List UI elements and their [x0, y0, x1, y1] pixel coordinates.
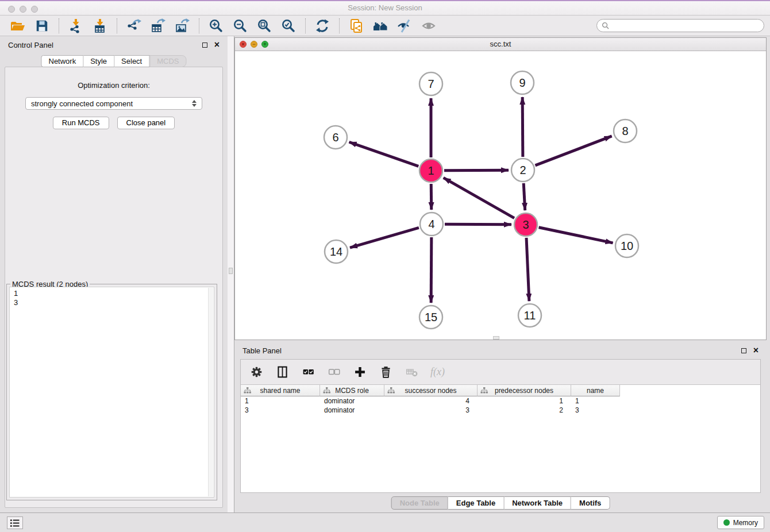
- node-table-header: shared name MCDS role successor nodes pr…: [241, 385, 760, 396]
- network-canvas[interactable]: 7968124314101511: [235, 51, 766, 340]
- table-cell[interactable]: 3: [384, 406, 478, 414]
- column-label: shared name: [260, 387, 300, 395]
- tab-select[interactable]: Select: [114, 55, 149, 67]
- zoom-fit-icon[interactable]: [256, 17, 273, 34]
- duplicate-network-icon[interactable]: [348, 17, 365, 34]
- column-header-predecessor-nodes[interactable]: predecessor nodes: [478, 385, 571, 396]
- column-header-successor-nodes[interactable]: successor nodes: [384, 385, 478, 396]
- window-close-icon[interactable]: [8, 6, 15, 13]
- table-cell[interactable]: 1: [571, 397, 620, 405]
- column-header-name[interactable]: name: [571, 385, 620, 396]
- float-panel-icon[interactable]: [202, 43, 207, 48]
- import-network-icon[interactable]: [67, 17, 84, 34]
- zoom-out-icon[interactable]: [232, 17, 249, 34]
- tab-network[interactable]: Network: [41, 55, 83, 67]
- table-cell[interactable]: 4: [384, 397, 478, 405]
- column-header-shared-name[interactable]: shared name: [241, 385, 320, 396]
- export-image-icon[interactable]: [174, 17, 191, 34]
- window-minimize-icon[interactable]: [20, 6, 26, 13]
- memory-button[interactable]: Memory: [717, 516, 764, 529]
- run-mcds-button[interactable]: Run MCDS: [53, 117, 109, 129]
- memory-status-icon: [723, 519, 730, 526]
- graph-edge-2-3[interactable]: [523, 183, 525, 210]
- tab-node-table[interactable]: Node Table: [391, 496, 448, 510]
- task-history-button[interactable]: [7, 516, 23, 529]
- optimization-criterion-label: Optimization criterion:: [5, 81, 222, 90]
- tab-network-table[interactable]: Network Table: [504, 496, 571, 510]
- column-header-mcds-role[interactable]: MCDS role: [320, 385, 384, 396]
- select-all-icon[interactable]: [301, 365, 315, 379]
- tab-style[interactable]: Style: [83, 55, 114, 67]
- function-builder-icon: f(x): [430, 366, 445, 378]
- table-row[interactable]: 1 dominator 4 1 1: [241, 396, 760, 406]
- tab-edge-table[interactable]: Edge Table: [448, 496, 504, 510]
- import-table-icon[interactable]: [91, 17, 109, 34]
- network-maximize-icon[interactable]: +: [261, 41, 268, 48]
- add-column-icon[interactable]: [353, 365, 367, 379]
- tab-mcds[interactable]: MCDS: [149, 55, 186, 67]
- deselect-all-icon[interactable]: [327, 365, 341, 379]
- export-table-icon[interactable]: [149, 17, 167, 34]
- first-neighbors-icon[interactable]: [372, 17, 389, 34]
- mcds-result-area[interactable]: 1 3: [9, 287, 214, 498]
- vertical-splitter[interactable]: [228, 36, 234, 512]
- graph-edge-2-9[interactable]: [522, 97, 523, 157]
- tab-motifs[interactable]: Motifs: [571, 496, 610, 510]
- export-network-icon[interactable]: [125, 17, 143, 34]
- zoom-selected-icon[interactable]: [280, 17, 297, 34]
- network-close-icon[interactable]: ×: [240, 41, 247, 48]
- result-scrollbar[interactable]: [208, 288, 213, 496]
- table-cell[interactable]: 2: [478, 406, 571, 414]
- open-session-icon[interactable]: [9, 17, 26, 34]
- graph-edge-3-1[interactable]: [444, 178, 514, 218]
- graph-edge-4-15[interactable]: [431, 237, 432, 303]
- criterion-dropdown-value: strongly connected component: [31, 99, 133, 108]
- graph-node-label: 14: [330, 245, 342, 258]
- window-traffic-lights[interactable]: [8, 6, 38, 13]
- mcds-result-group: MCDS result (2 nodes) 1 3: [6, 284, 217, 500]
- refresh-view-icon[interactable]: [314, 17, 331, 34]
- graph-edge-3-11[interactable]: [526, 238, 529, 301]
- delete-column-icon[interactable]: [379, 365, 392, 379]
- table-cell[interactable]: 3: [571, 406, 620, 414]
- graph-edge-4-14[interactable]: [350, 228, 419, 248]
- control-panel: Control Panel × Network Style Select MCD…: [0, 36, 228, 512]
- close-panel-button[interactable]: Close panel: [117, 117, 175, 129]
- graph-node-label: 11: [524, 309, 536, 322]
- horizontal-splitter-handle[interactable]: [493, 336, 499, 340]
- search-input[interactable]: [612, 22, 759, 30]
- graph-edge-2-8[interactable]: [535, 136, 611, 165]
- network-minimize-icon[interactable]: −: [251, 41, 257, 48]
- table-cell[interactable]: dominator: [320, 397, 384, 405]
- node-table: shared name MCDS role successor nodes pr…: [241, 384, 760, 492]
- control-panel-title: Control Panel: [8, 41, 53, 49]
- graph-edge-4-3[interactable]: [445, 224, 511, 225]
- save-session-icon[interactable]: [33, 17, 51, 34]
- table-cell[interactable]: 3: [241, 406, 320, 414]
- table-cell[interactable]: 1: [478, 397, 571, 405]
- table-cell[interactable]: 1: [241, 397, 320, 405]
- graph-edge-1-2[interactable]: [444, 170, 509, 171]
- close-table-panel-icon[interactable]: ×: [753, 346, 759, 355]
- graph-edge-3-10[interactable]: [539, 228, 613, 243]
- gear-icon[interactable]: [249, 365, 263, 379]
- zoom-in-icon[interactable]: [207, 17, 225, 34]
- graph-node-label: 6: [332, 131, 338, 144]
- graph-edge-1-6[interactable]: [349, 142, 419, 166]
- toolbar-separator: [59, 18, 59, 33]
- criterion-dropdown[interactable]: strongly connected component: [25, 97, 202, 110]
- table-row[interactable]: 3 dominator 3 2 3: [241, 406, 760, 415]
- show-all-icon[interactable]: [420, 17, 437, 34]
- table-cell[interactable]: dominator: [320, 406, 384, 414]
- close-panel-icon[interactable]: ×: [214, 40, 220, 49]
- toolbar-separator: [305, 18, 306, 33]
- column-label: name: [587, 387, 604, 395]
- show-columns-icon[interactable]: [275, 365, 289, 379]
- splitter-handle[interactable]: [229, 268, 233, 274]
- graph-node-label: 15: [425, 311, 437, 323]
- float-table-panel-icon[interactable]: [741, 348, 746, 353]
- hide-selected-icon[interactable]: [396, 17, 413, 34]
- window-zoom-icon[interactable]: [31, 6, 38, 13]
- graph-node-label: 4: [428, 218, 434, 230]
- search-box[interactable]: [596, 19, 764, 32]
